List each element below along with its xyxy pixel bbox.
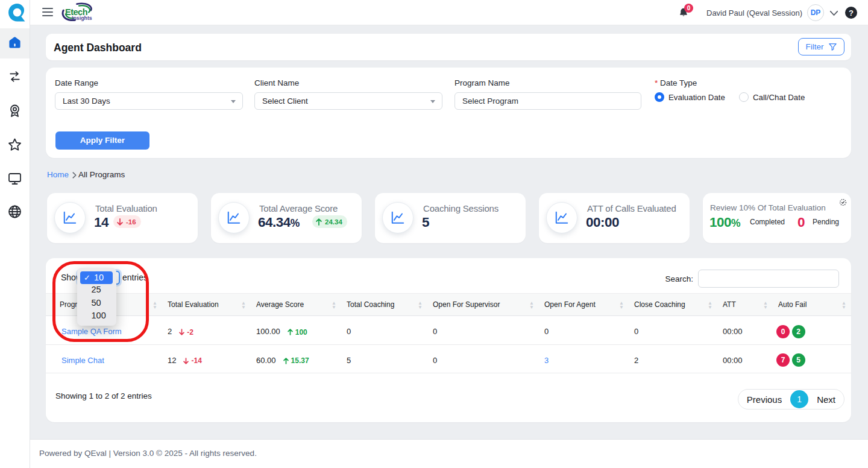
- svg-text:Insights: Insights: [72, 15, 92, 21]
